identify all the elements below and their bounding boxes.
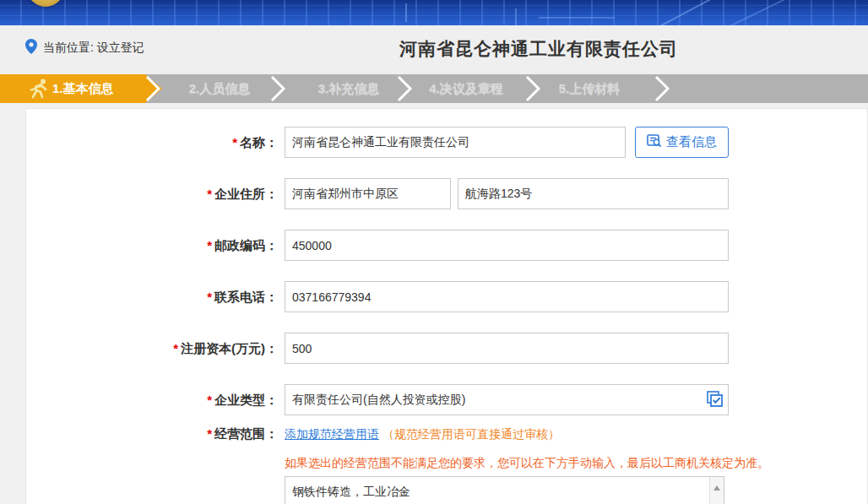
registered-capital-input[interactable] [285,333,729,364]
required-marker: * [207,393,212,407]
business-scope-row: *经营范围： 添加规范经营用语 （规范经营用语可直接通过审核） 如果选出的经营范… [26,425,867,504]
wizard-step-label-5[interactable]: 5.上传材料 [539,74,640,103]
address-label: *企业住所： [26,186,285,203]
subheader-bar: 当前位置: 设立登记 河南省昆仑神通工业有限责任公司 [0,25,868,74]
name-row: *名称： 查看信息 [26,127,867,158]
chevron-right-icon [395,74,414,106]
chevron-right-icon [269,74,287,106]
required-marker: * [173,341,178,355]
view-info-button-label: 查看信息 [666,134,717,150]
breadcrumb-text: 当前位置: 设立登记 [43,41,144,56]
company-type-label: *企业类型： [26,392,285,409]
checkbox-select-icon[interactable] [706,391,723,411]
runner-icon [29,78,51,103]
required-marker: * [207,290,212,304]
wizard-step-label-2[interactable]: 2.人员信息 [169,74,270,103]
name-label: *名称： [26,134,285,151]
wizard-step-label-3[interactable]: 3.补充信息 [298,74,399,103]
scroll-up-arrow-icon[interactable] [713,482,720,490]
standard-terms-note: （规范经营用语可直接通过审核） [382,427,560,441]
required-marker: * [207,426,212,441]
banner-decor-line [405,3,407,22]
phone-row: *联系电话： [26,281,867,312]
gold-emblem-icon [27,0,64,7]
address-region-input[interactable] [285,178,451,209]
basic-info-form: *名称： 查看信息 *企业住所： *邮政编码： *联系电话： [25,108,868,504]
business-scope-label: *经营范围： [26,425,285,442]
banner-decor-line [515,8,517,25]
view-info-icon [647,134,662,150]
address-street-input[interactable] [458,178,729,209]
required-marker: * [232,135,237,149]
wizard-step-label-1[interactable]: 1.基本信息 [52,74,114,103]
chevron-right-icon [144,74,162,106]
postcode-label: *邮政编码： [26,237,285,254]
chevron-right-icon [524,74,542,106]
chevron-right-icon [653,74,671,106]
phone-input[interactable] [285,281,729,312]
business-scope-textarea-wrap: 钢铁件铸造，工业冶金 [285,476,724,504]
business-scope-warning: 如果选出的经营范围不能满足您的要求，您可以在下方手动输入，最后以工商机关核定为准… [285,454,769,471]
top-banner [0,0,868,25]
phone-label: *联系电话： [26,289,285,306]
textarea-scrollbar[interactable] [709,477,724,504]
postcode-input[interactable] [285,230,729,261]
step-wizard: 1.基本信息 2.人员信息 3.补充信息 4.决议及章程 5.上传材料 [0,74,868,103]
postcode-row: *邮政编码： [26,230,867,261]
view-info-button[interactable]: 查看信息 [635,127,729,158]
capital-label: *注册资本(万元)： [26,340,285,357]
company-type-row: *企业类型： [26,384,867,415]
company-type-input[interactable] [285,384,729,415]
capital-row: *注册资本(万元)： [26,333,867,364]
wizard-step-label-4[interactable]: 4.决议及章程 [415,74,517,103]
banner-decor-line [539,17,615,19]
address-row: *企业住所： [26,178,867,209]
page-title: 河南省昆仑神通工业有限责任公司 [399,37,678,61]
breadcrumb: 当前位置: 设立登记 [25,39,144,57]
company-type-field[interactable] [285,384,729,415]
company-name-input[interactable] [285,127,626,158]
add-standard-terms-link[interactable]: 添加规范经营用语 [285,427,379,441]
location-pin-icon [25,39,37,57]
business-scope-textarea[interactable]: 钢铁件铸造，工业冶金 [285,477,708,504]
required-marker: * [207,187,212,201]
required-marker: * [207,238,212,252]
